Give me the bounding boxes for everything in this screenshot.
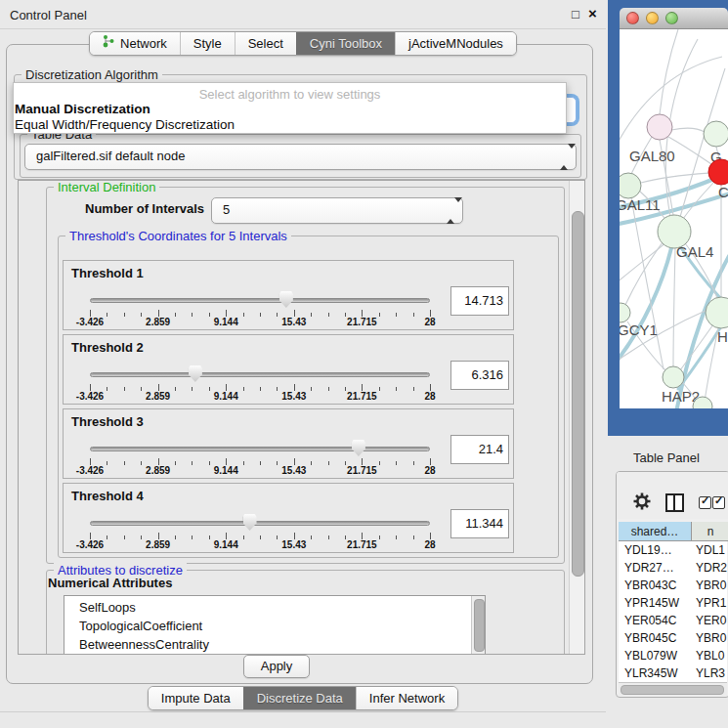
stepper-arrows-icon (447, 202, 455, 220)
attribute-item[interactable]: SelfLoops (64, 598, 471, 617)
table-row[interactable]: YBR043CYBR0 (619, 577, 727, 594)
number-of-intervals-combobox[interactable]: 5 (211, 197, 463, 224)
network-edge[interactable] (660, 29, 678, 114)
tab-style[interactable]: Style (180, 32, 235, 55)
numerical-attributes-list[interactable]: SelfLoopsTopologicalCoefficientBetweenne… (64, 595, 486, 655)
node-label: GAL11 (620, 196, 661, 213)
slider-tick-labels: -3.4262.8599.14415.4321.71528 (90, 391, 430, 403)
cell-name[interactable]: YPR1 (692, 594, 727, 612)
slider-tick-label: 9.144 (214, 391, 238, 402)
cell-name[interactable]: YLR3 (692, 664, 727, 682)
tab-network[interactable]: Network (90, 32, 180, 55)
network-node[interactable] (704, 121, 728, 147)
node-label: C (718, 184, 728, 200)
popup-option-equal-width-frequency[interactable]: Equal Width/Frequency Discretization (15, 117, 235, 132)
attribute-item[interactable]: TopologicalCoefficient (64, 617, 471, 635)
table-header-row: shared… n (619, 522, 728, 541)
slider-tick-label: 28 (424, 317, 435, 327)
close-traffic-light-icon[interactable] (626, 12, 639, 24)
cell-name[interactable]: YBR0 (692, 629, 727, 647)
table-row[interactable]: YER054CYER0 (619, 612, 727, 629)
close-icon[interactable]: × (588, 5, 597, 21)
cell-shared-name[interactable]: YLR345W (619, 664, 692, 682)
cell-name[interactable]: YBR0 (692, 577, 727, 594)
zoom-traffic-light-icon[interactable] (665, 12, 678, 24)
cell-shared-name[interactable]: YBL079W (619, 647, 692, 664)
attribute-item[interactable]: BetweennessCentrality (64, 635, 471, 654)
checkbox-checked-icon[interactable] (712, 496, 725, 509)
threshold-value-field[interactable]: 6.316 (450, 361, 509, 390)
threshold-value-field[interactable]: 11.344 (450, 509, 509, 538)
slider-tick-label: 28 (424, 391, 435, 402)
minimize-traffic-light-icon[interactable] (646, 12, 659, 24)
list-scrollbar-thumb[interactable] (474, 599, 485, 652)
tab-label: Infer Network (369, 687, 445, 709)
float-window-icon[interactable]: □ (572, 7, 579, 21)
tab-label: Network (120, 32, 167, 55)
split-columns-icon[interactable] (665, 493, 684, 512)
cell-name[interactable]: YBL0 (692, 647, 727, 664)
network-edge[interactable] (673, 248, 675, 366)
slider-tick (158, 310, 159, 317)
cell-name[interactable]: YDL1 (692, 541, 727, 559)
threshold-panel: Threshold 3 -3.4262.8599.14415.4321.7152… (63, 408, 514, 479)
network-edge[interactable] (671, 128, 705, 132)
gear-icon[interactable] (632, 492, 652, 515)
table-horizontal-scrollbar-thumb[interactable] (621, 685, 724, 695)
table-data-combobox[interactable]: galFiltered.sif default node (24, 144, 577, 170)
table-row[interactable]: YLR345WYLR3 (619, 664, 727, 682)
tab-impute-data[interactable]: Impute Data (149, 687, 243, 709)
node-label: GAL80 (629, 148, 675, 164)
network-edge[interactable] (678, 326, 721, 389)
column-header-name[interactable]: n (692, 522, 728, 541)
slider-thumb[interactable] (189, 365, 202, 382)
table-horizontal-scrollbar[interactable] (619, 682, 727, 696)
popup-option-manual-discretization[interactable]: Manual Discretization (15, 102, 150, 116)
viewport-scrollbar[interactable] (569, 181, 585, 654)
slider-thumb[interactable] (352, 440, 365, 456)
cyni-bottom-tab-bar: Impute Data Discretize Data Infer Networ… (0, 686, 606, 710)
slider-thumb[interactable] (279, 291, 293, 308)
cell-shared-name[interactable]: YDR27… (619, 559, 692, 577)
table-row[interactable]: YDR27…YDR2 (619, 559, 727, 577)
slider-tick-label: 21.715 (347, 465, 377, 476)
network-edge[interactable] (641, 173, 709, 183)
tab-cyni-toolbox[interactable]: Cyni Toolbox (296, 32, 395, 55)
table-row[interactable]: YBR045CYBR0 (619, 629, 727, 647)
cell-name[interactable]: YER0 (692, 612, 727, 629)
tab-discretize-data[interactable]: Discretize Data (243, 687, 356, 709)
network-node[interactable] (663, 366, 684, 388)
threshold-value-field[interactable]: 14.713 (450, 286, 509, 316)
table-row[interactable]: YPR145WYPR1 (619, 594, 727, 612)
network-node[interactable] (620, 173, 641, 198)
header-divider (0, 28, 606, 29)
slider-tick-labels: -3.4262.8599.14415.4321.71528 (90, 317, 430, 328)
tab-select[interactable]: Select (235, 32, 296, 55)
network-canvas[interactable]: GAL80GCGAL11GAL4GCY1HHAP2 (620, 29, 728, 408)
threshold-value-field[interactable]: 21.4 (450, 435, 509, 464)
slider-thumb[interactable] (243, 514, 257, 531)
number-of-intervals-label: Number of Intervals (85, 201, 204, 216)
slider-tick (362, 384, 363, 391)
network-node[interactable] (620, 303, 630, 322)
slider-tick-label: 28 (424, 465, 435, 476)
cell-shared-name[interactable]: YER054C (619, 612, 692, 629)
checkbox-checked-icon[interactable] (699, 496, 711, 509)
network-node[interactable] (647, 114, 672, 140)
cell-name[interactable]: YDR2 (692, 559, 727, 577)
cell-shared-name[interactable]: YBR043C (619, 577, 692, 594)
apply-button[interactable]: Apply (243, 655, 310, 678)
cell-shared-name[interactable]: YPR145W (619, 594, 692, 612)
network-window-titlebar[interactable] (620, 8, 728, 29)
cell-shared-name[interactable]: YDL19… (619, 541, 692, 559)
tab-jactivemnodules[interactable]: jActiveMNodules (395, 32, 516, 55)
tab-infer-network[interactable]: Infer Network (356, 687, 457, 709)
table-row[interactable]: YDL19…YDL1 (619, 541, 727, 559)
column-header-shared-name[interactable]: shared… (619, 522, 692, 541)
list-scrollbar[interactable] (471, 596, 485, 655)
slider-tick (362, 533, 363, 539)
table-row[interactable]: YBL079WYBL0 (619, 647, 727, 664)
viewport-scrollbar-thumb[interactable] (572, 211, 584, 577)
threshold-panel: Threshold 1 -3.4262.8599.14415.4321.7152… (63, 260, 514, 330)
cell-shared-name[interactable]: YBR045C (619, 629, 692, 647)
